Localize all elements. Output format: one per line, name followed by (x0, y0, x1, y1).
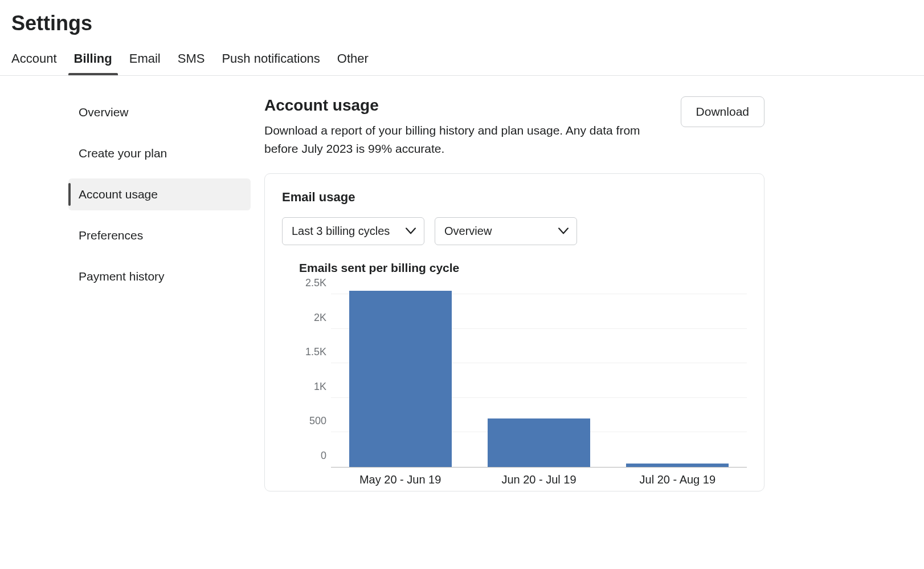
period-select-value: Last 3 billing cycles (292, 225, 390, 237)
chevron-down-icon (558, 224, 569, 237)
section-title: Account usage (264, 96, 658, 115)
download-button[interactable]: Download (681, 96, 764, 127)
sidebar-item-account-usage[interactable]: Account usage (68, 178, 251, 210)
chart-y-tick: 1K (314, 380, 326, 392)
chart-y-tick: 1.5K (305, 346, 326, 358)
chart-y-axis: 05001K1.5K2K2.5K (299, 285, 331, 468)
section-description: Download a report of your billing histor… (264, 121, 658, 157)
chart-x-label: Jul 20 - Aug 19 (626, 473, 729, 486)
page-title: Settings (11, 11, 913, 35)
sidebar-item-payment-history[interactable]: Payment history (68, 261, 251, 292)
chart: 05001K1.5K2K2.5K (299, 285, 747, 468)
chart-bar (626, 464, 729, 467)
sidebar-item-overview[interactable]: Overview (68, 96, 251, 128)
chart-y-tick: 2K (314, 311, 326, 323)
chart-y-tick: 0 (321, 450, 326, 462)
view-select[interactable]: Overview (435, 217, 577, 245)
chevron-down-icon (406, 224, 416, 237)
chart-bar (488, 418, 590, 467)
chart-x-label: May 20 - Jun 19 (349, 473, 452, 486)
email-usage-card: Email usage Last 3 billing cycles Overvi… (264, 173, 764, 491)
chart-title: Emails sent per billing cycle (299, 261, 747, 275)
tab-account[interactable]: Account (11, 46, 57, 75)
period-select[interactable]: Last 3 billing cycles (282, 217, 424, 245)
chart-x-axis: May 20 - Jun 19Jun 20 - Jul 19Jul 20 - A… (331, 468, 747, 486)
chart-y-tick: 2.5K (305, 277, 326, 289)
main-content: Account usage Download a report of your … (251, 96, 913, 491)
chart-x-label: Jun 20 - Jul 19 (488, 473, 590, 486)
sidebar-item-create-your-plan[interactable]: Create your plan (68, 137, 251, 169)
chart-bars (331, 285, 747, 467)
chart-container: Emails sent per billing cycle 05001K1.5K… (282, 261, 747, 486)
sidebar-item-preferences[interactable]: Preferences (68, 220, 251, 251)
chart-y-tick: 500 (309, 415, 326, 427)
chart-bar (349, 291, 452, 467)
tab-email[interactable]: Email (129, 46, 161, 75)
tab-sms[interactable]: SMS (178, 46, 205, 75)
tab-push-notifications[interactable]: Push notifications (222, 46, 320, 75)
card-title: Email usage (282, 190, 747, 205)
sidebar: Overview Create your plan Account usage … (68, 96, 251, 491)
tabbar: Account Billing Email SMS Push notificat… (0, 46, 924, 76)
tab-billing[interactable]: Billing (74, 46, 112, 75)
view-select-value: Overview (444, 225, 492, 237)
tab-other[interactable]: Other (337, 46, 369, 75)
chart-plot (331, 285, 747, 468)
